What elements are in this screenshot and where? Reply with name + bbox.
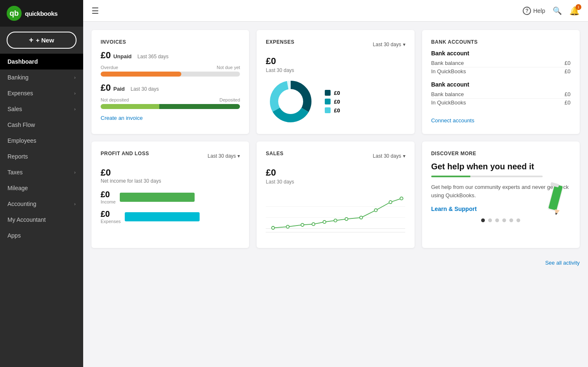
sidebar-item-label-apps: Apps — [7, 232, 21, 239]
sidebar-item-taxes[interactable]: Taxes› — [0, 164, 83, 180]
sidebar-item-banking[interactable]: Banking› — [0, 69, 83, 85]
svg-point-6 — [279, 90, 302, 113]
sales-amount: £0 — [266, 167, 276, 178]
expenses-bar-row: £0 Expenses — [101, 209, 240, 224]
legend-label-1: £0 — [334, 90, 340, 96]
bank-accounts-card: BANK ACCOUNTS Bank account Bank balance … — [422, 30, 580, 134]
sidebar: qb quickbooks + + New DashboardBanking›E… — [0, 0, 83, 367]
dot-3[interactable] — [495, 218, 499, 222]
invoices-paid-bar — [101, 104, 240, 109]
bank-row-2-qb: In QuickBooks £0 — [431, 99, 571, 107]
new-button[interactable]: + + New — [7, 32, 77, 49]
chevron-icon-taxes: › — [74, 170, 76, 175]
svg-point-15 — [334, 219, 337, 222]
not-deposited-label: Not deposited — [101, 97, 129, 102]
profit-loss-period-button[interactable]: Last 30 days ▾ — [208, 153, 240, 159]
profit-loss-card: PROFIT AND LOSS Last 30 days ▾ £0 Net in… — [91, 141, 249, 248]
dot-5[interactable] — [509, 218, 513, 222]
chevron-icon-expenses: › — [74, 91, 76, 96]
sales-period-label: Last 30 days — [373, 153, 401, 159]
hamburger-icon[interactable]: ☰ — [91, 6, 99, 16]
invoices-title: INVOICES — [101, 39, 240, 45]
sidebar-item-label-banking: Banking — [7, 74, 29, 81]
expenses-chevron-icon: ▾ — [403, 42, 405, 47]
svg-point-19 — [389, 201, 392, 203]
sidebar-item-mileage[interactable]: Mileage — [0, 180, 83, 196]
bank-name-2: Bank account — [431, 81, 571, 88]
expenses-period-button[interactable]: Last 30 days ▾ — [373, 42, 405, 47]
legend-label-2: £0 — [334, 99, 340, 105]
sidebar-item-employees[interactable]: Employees — [0, 133, 83, 149]
invoices-unpaid-label: Unpaid — [113, 53, 131, 60]
chevron-icon-banking: › — [74, 75, 76, 80]
topbar-actions: ? Help 🔍 🔔 1 — [523, 6, 580, 16]
pl-expenses-amount: £0 — [101, 209, 121, 219]
sidebar-item-sales[interactable]: Sales› — [0, 101, 83, 117]
bank-row-2-balance: Bank balance £0 — [431, 90, 571, 99]
learn-support-link[interactable]: Learn & Support — [431, 206, 477, 212]
bank-account-2: Bank account Bank balance £0 In QuickBoo… — [431, 81, 571, 107]
dashboard-grid: INVOICES £0 Unpaid Last 365 days Overdue… — [83, 22, 588, 256]
income-bar-row: £0 Income — [101, 190, 240, 204]
sidebar-item-expenses[interactable]: Expenses› — [0, 85, 83, 101]
legend-dot-3 — [325, 107, 331, 113]
dot-1[interactable] — [481, 218, 485, 222]
expenses-period-label: Last 30 days — [373, 42, 401, 47]
sidebar-item-myaccountant[interactable]: My Accountant — [0, 212, 83, 228]
sales-period-button[interactable]: Last 30 days ▾ — [373, 153, 405, 159]
help-label: Help — [533, 7, 545, 14]
bank-qb-value-1: £0 — [565, 68, 571, 74]
sidebar-item-label-expenses: Expenses — [7, 90, 33, 97]
profit-loss-header: PROFIT AND LOSS Last 30 days ▾ — [101, 151, 240, 161]
invoices-paid-bar-labels: Not deposited Deposited — [101, 97, 240, 102]
sidebar-item-dashboard[interactable]: Dashboard — [0, 54, 83, 69]
legend-dot-1 — [325, 90, 331, 96]
svg-point-10 — [272, 226, 274, 229]
sidebar-item-apps[interactable]: Apps — [0, 228, 83, 243]
invoices-paid-amount: £0 — [101, 82, 111, 93]
search-icon[interactable]: 🔍 — [553, 6, 562, 15]
sales-amount-sublabel: Last 30 days — [266, 179, 405, 185]
sidebar-item-cashflow[interactable]: Cash Flow — [0, 117, 83, 133]
sales-chart — [266, 189, 405, 241]
pencil-svg — [538, 180, 571, 221]
bank-balance-value-1: £0 — [565, 60, 571, 66]
see-all-activity[interactable]: See all activity — [83, 256, 588, 274]
discover-progress-fill — [431, 176, 470, 177]
overdue-label: Overdue — [101, 65, 118, 70]
connect-accounts-link[interactable]: Connect accounts — [431, 117, 474, 124]
bank-qb-value-2: £0 — [565, 99, 571, 106]
invoices-unpaid-bar — [101, 72, 240, 77]
svg-point-11 — [287, 225, 289, 228]
notification-icon[interactable]: 🔔 1 — [569, 6, 580, 16]
income-label: Income — [101, 199, 116, 204]
sales-line-chart — [266, 189, 405, 239]
expenses-donut-chart — [266, 77, 316, 126]
net-income-label: Net income for last 30 days — [101, 178, 240, 184]
help-button[interactable]: ? Help — [523, 7, 545, 15]
dot-4[interactable] — [502, 218, 506, 222]
svg-point-16 — [345, 218, 348, 221]
dot-2[interactable] — [488, 218, 492, 222]
deposited-fill — [159, 104, 240, 109]
expenses-donut-row: £0 £0 £0 — [266, 77, 405, 126]
sidebar-item-reports[interactable]: Reports — [0, 149, 83, 164]
dot-6[interactable] — [516, 218, 520, 222]
sidebar-item-label-mileage: Mileage — [7, 185, 28, 191]
bank-qb-label-2: In QuickBooks — [431, 99, 466, 106]
main-area: ☰ ? Help 🔍 🔔 1 INVOICES £0 Unpaid Last 3… — [83, 0, 588, 367]
svg-point-18 — [375, 209, 378, 212]
create-invoice-link[interactable]: Create an invoice — [101, 115, 143, 121]
sidebar-item-label-accounting: Accounting — [7, 201, 36, 207]
help-icon: ? — [523, 7, 531, 15]
legend-item-1: £0 — [325, 90, 340, 96]
sidebar-item-accounting[interactable]: Accounting› — [0, 196, 83, 212]
invoices-unpaid-period: Last 365 days — [138, 54, 169, 60]
profit-loss-period-label: Last 30 days — [208, 153, 236, 159]
legend-item-3: £0 — [325, 107, 340, 114]
deposited-label: Deposited — [220, 97, 240, 102]
bank-row-1-balance: Bank balance £0 — [431, 59, 571, 67]
invoices-card: INVOICES £0 Unpaid Last 365 days Overdue… — [91, 30, 249, 134]
bank-row-1-qb: In QuickBooks £0 — [431, 67, 571, 75]
bank-balance-label-2: Bank balance — [431, 91, 464, 97]
